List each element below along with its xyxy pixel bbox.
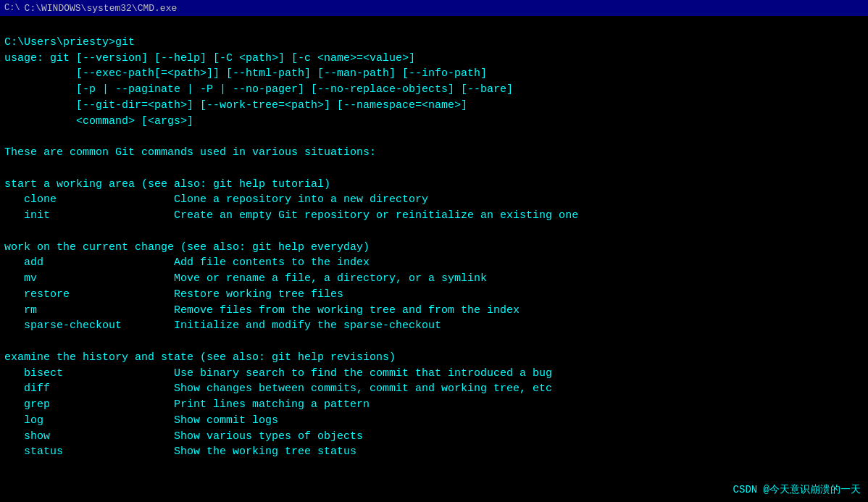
terminal-line: init Create an empty Git repository or r… [4, 208, 864, 224]
terminal-line [4, 334, 864, 350]
terminal-line: usage: git [--version] [--help] [-C <pat… [4, 51, 864, 67]
terminal-line: start a working area (see also: git help… [4, 177, 864, 193]
title-bar-icon: C:\ [4, 3, 20, 13]
terminal-line: grep Print lines matching a pattern [4, 397, 864, 413]
terminal-line: These are common Git commands used in va… [4, 145, 864, 161]
terminal-line: status Show the working tree status [4, 444, 864, 460]
terminal-line: work on the current change (see also: gi… [4, 240, 864, 256]
terminal-line: sparse-checkout Initialize and modify th… [4, 318, 864, 334]
terminal-line: [-p | --paginate | -P | --no-pager] [--n… [4, 82, 864, 98]
terminal-line: restore Restore working tree files [4, 287, 864, 303]
terminal-line: log Show commit logs [4, 413, 864, 429]
terminal-line: [--exec-path[=<path>]] [--html-path] [--… [4, 66, 864, 82]
terminal-line: clone Clone a repository into a new dire… [4, 192, 864, 208]
terminal-line: mv Move or rename a file, a directory, o… [4, 271, 864, 287]
terminal-line: show Show various types of objects [4, 429, 864, 445]
terminal-line: bisect Use binary search to find the com… [4, 366, 864, 382]
title-bar-text: C:\WINDOWS\system32\CMD.exe [25, 3, 178, 14]
terminal-line [4, 129, 864, 145]
terminal-body[interactable]: C:\Users\priesty>gitusage: git [--versio… [0, 16, 868, 463]
terminal-line [4, 224, 864, 240]
terminal-line: diff Show changes between commits, commi… [4, 381, 864, 397]
terminal-line: rm Remove files from the working tree an… [4, 303, 864, 319]
terminal-line: add Add file contents to the index [4, 255, 864, 271]
terminal-line: [--git-dir=<path>] [--work-tree=<path>] … [4, 98, 864, 114]
terminal-line: examine the history and state (see also:… [4, 350, 864, 366]
terminal-line: <command> [<args>] [4, 114, 864, 130]
terminal-line [4, 161, 864, 177]
terminal-line: C:\Users\priesty>git [4, 35, 864, 51]
watermark: CSDN @今天意识崩溃的一天 [733, 483, 861, 496]
title-bar: C:\ C:\WINDOWS\system32\CMD.exe [0, 0, 868, 16]
